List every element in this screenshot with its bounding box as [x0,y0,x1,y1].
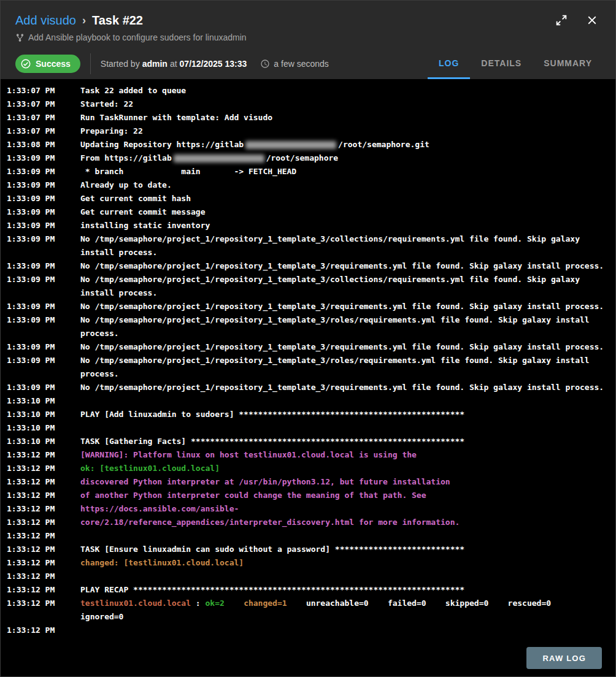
expand-button[interactable] [550,9,572,31]
log-message: changed: [testlinux01.cloud.local] [80,556,610,570]
log-message [80,394,610,408]
log-line: 1:33:10 PM [7,421,610,435]
tab-summary[interactable]: SUMMARY [533,48,603,79]
log-message [80,421,610,435]
log-timestamp: 1:33:12 PM [7,624,74,637]
log-scroll-area[interactable]: 1:33:07 PMTask 22 added to queue1:33:07 … [1,79,615,676]
task-description: Add Ansible playbook to configure sudoer… [28,33,247,42]
log-line: 1:33:12 PM[WARNING]: Platform linux on h… [7,448,610,462]
log-line: 1:33:12 PMof another Python interpreter … [7,489,610,502]
close-icon [585,13,599,27]
log-timestamp: 1:33:09 PM [7,219,74,232]
log-line: 1:33:07 PMPreparing: 22 [7,124,610,138]
log-timestamp: 1:33:12 PM [7,489,74,502]
log-timestamp: 1:33:09 PM [7,354,74,381]
breadcrumb-template-link[interactable]: Add visudo [15,13,76,28]
log-timestamp: 1:33:12 PM [7,502,74,516]
log-message: core/2.18/reference_appendices/interpret… [80,516,610,529]
raw-log-button[interactable]: RAW LOG [526,647,602,669]
log-timestamp: 1:33:09 PM [7,340,74,354]
task-dialog: Add visudo › Task #22 Add Ansible playbo… [0,0,616,677]
log-line: 1:33:12 PMhttps://docs.ansible.com/ansib… [7,502,610,516]
log-timestamp: 1:33:12 PM [7,570,74,583]
log-timestamp: 1:33:12 PM [7,556,74,570]
status-badge: Success [15,55,80,73]
log-line: 1:33:09 PMAlready up to date. [7,178,610,192]
log-line: 1:33:10 PMTASK [Gathering Facts] *******… [7,435,610,448]
log-line: 1:33:09 PMGet current commit hash [7,192,610,205]
log-line: 1:33:10 PMPLAY [Add linuxadmin to sudoer… [7,408,610,421]
log-timestamp: 1:33:12 PM [7,597,74,624]
log-message: Run TaskRunner with template: Add visudo [80,111,610,124]
log-message: No /tmp/semaphore/project_1/repository_1… [80,273,610,300]
log-timestamp: 1:33:09 PM [7,151,74,165]
breadcrumb-separator: › [82,14,86,27]
clock-icon [260,59,270,69]
started-datetime: 07/12/2025 13:33 [180,59,247,69]
log-line: 1:33:12 PM [7,529,610,543]
log-message [80,529,610,543]
log-timestamp: 1:33:12 PM [7,543,74,556]
log-message: * branch main -> FETCH_HEAD [80,165,610,178]
log-message: Started: 22 [80,98,610,111]
log-message: No /tmp/semaphore/project_1/repository_1… [80,313,610,340]
log-line: 1:33:12 PMok: [testlinux01.cloud.local] [7,462,610,475]
log-timestamp: 1:33:12 PM [7,583,74,597]
log-timestamp: 1:33:09 PM [7,165,74,178]
log-timestamp: 1:33:10 PM [7,394,74,408]
log-message: Preparing: 22 [80,124,610,138]
log-line: 1:33:09 PMinstalling static inventory [7,219,610,232]
log-message: From https://gitlab/root/semaphore [80,151,610,165]
log-message: Get current commit hash [80,192,610,205]
tabs: LOGDETAILSSUMMARY [428,48,603,79]
page-title: Task #22 [92,13,143,28]
log-message: TASK [Gathering Facts] *****************… [80,435,610,448]
log-message [80,570,610,583]
log-message: No /tmp/semaphore/project_1/repository_1… [80,259,610,273]
log-line: 1:33:09 PMNo /tmp/semaphore/project_1/re… [7,313,610,340]
log-message: ok: [testlinux01.cloud.local] [80,462,610,475]
log-message: Already up to date. [80,178,610,192]
log-timestamp: 1:33:09 PM [7,192,74,205]
log-line: 1:33:07 PMStarted: 22 [7,98,610,111]
log-timestamp: 1:33:12 PM [7,475,74,489]
status-divider [90,53,91,74]
log-message [80,624,610,637]
log-timestamp: 1:33:09 PM [7,259,74,273]
log-message: https://docs.ansible.com/ansible- [80,502,610,516]
log-message: Get current commit message [80,205,610,219]
duration-info: a few seconds [260,59,329,69]
tab-details[interactable]: DETAILS [470,48,533,79]
close-button[interactable] [581,9,603,31]
log-timestamp: 1:33:09 PM [7,381,74,394]
log-timestamp: 1:33:08 PM [7,138,74,151]
log-line: 1:33:12 PM [7,624,610,637]
task-subtitle: Add Ansible playbook to configure sudoer… [15,33,603,42]
check-circle-icon [20,58,31,69]
log-line: 1:33:12 PMPLAY RECAP *******************… [7,583,610,597]
log-timestamp: 1:33:09 PM [7,273,74,300]
tab-log[interactable]: LOG [428,48,470,79]
breadcrumb: Add visudo › Task #22 [15,9,603,31]
log-line: 1:33:09 PMNo /tmp/semaphore/project_1/re… [7,273,610,300]
log-message: testlinux01.cloud.local : ok=2 changed=1… [80,597,610,624]
log-line: 1:33:09 PMNo /tmp/semaphore/project_1/re… [7,354,610,381]
log-line: 1:33:09 PMNo /tmp/semaphore/project_1/re… [7,300,610,313]
log-timestamp: 1:33:12 PM [7,448,74,462]
log-message: PLAY RECAP *****************************… [80,583,610,597]
log-timestamp: 1:33:12 PM [7,462,74,475]
log-message: TASK [Ensure linuxadmin can sudo without… [80,543,610,556]
log-line: 1:33:07 PMRun TaskRunner with template: … [7,111,610,124]
started-info: Started byadminat07/12/2025 13:33 [101,59,250,69]
log-timestamp: 1:33:07 PM [7,124,74,138]
status-bar: Success Started byadminat07/12/2025 13:3… [15,48,603,79]
log-message: No /tmp/semaphore/project_1/repository_1… [80,232,610,259]
log-message: PLAY [Add linuxadmin to sudoers] *******… [80,408,610,421]
started-user: admin [142,59,167,69]
log-message: No /tmp/semaphore/project_1/repository_1… [80,354,610,381]
duration-label: a few seconds [274,59,329,69]
log-line: 1:33:12 PMchanged: [testlinux01.cloud.lo… [7,556,610,570]
started-prefix: Started by [101,59,140,69]
log-timestamp: 1:33:09 PM [7,313,74,340]
redacted-text [174,155,264,163]
